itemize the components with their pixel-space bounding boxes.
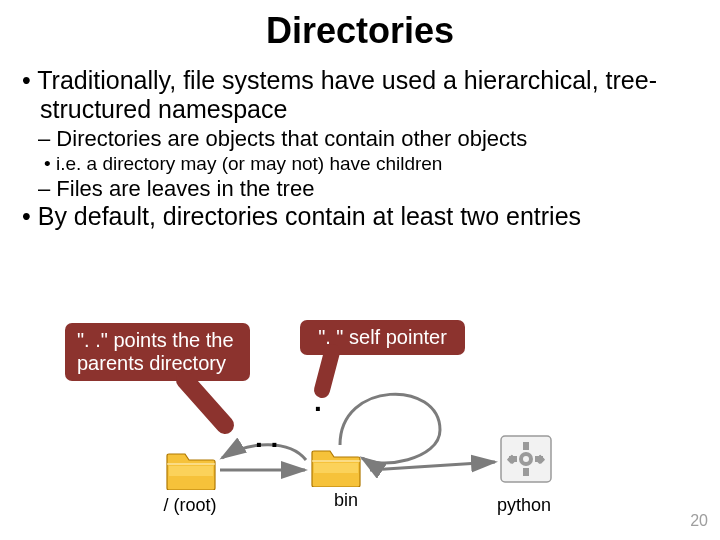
slide-body: Traditionally, file systems have used a … (0, 66, 720, 231)
label-python: python (484, 495, 564, 516)
svg-rect-7 (523, 468, 529, 476)
label-bin: bin (316, 490, 376, 511)
label-dotdot: . . (255, 422, 278, 454)
diagram: ". ." points the the parents directory "… (0, 310, 720, 540)
label-root: / (root) (150, 495, 230, 516)
folder-bin-icon (310, 445, 362, 487)
bullet-1: Traditionally, file systems have used a … (18, 66, 702, 124)
svg-point-14 (523, 456, 529, 462)
svg-rect-6 (523, 442, 529, 450)
page-number: 20 (690, 512, 708, 530)
svg-rect-2 (169, 466, 213, 476)
slide-title: Directories (0, 10, 720, 52)
svg-rect-3 (314, 463, 358, 473)
label-dot: . (314, 386, 322, 418)
bullet-1a1: i.e. a directory may (or may not) have c… (40, 152, 702, 176)
folder-root-icon (165, 448, 217, 490)
bullet-2: By default, directories contain at least… (18, 202, 702, 231)
bullet-1b: Files are leaves in the tree (36, 176, 702, 202)
executable-python-icon (500, 435, 552, 483)
bullet-1a: Directories are objects that contain oth… (36, 126, 702, 152)
